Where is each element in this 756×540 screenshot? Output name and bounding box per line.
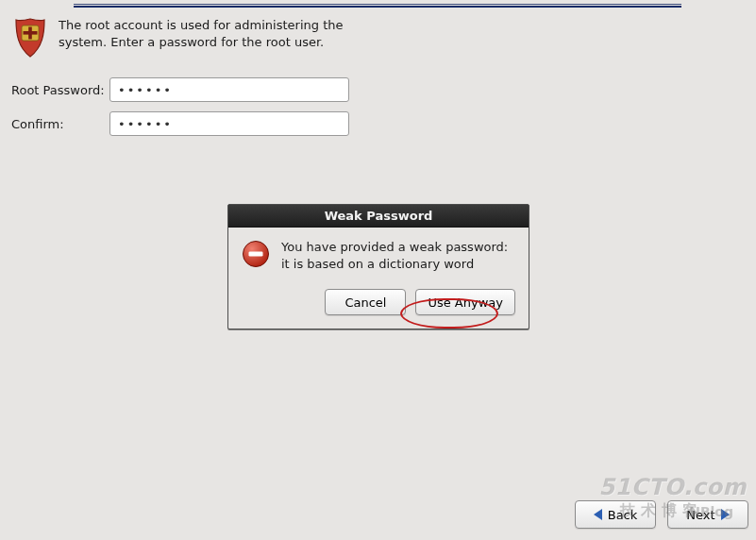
intro-row: The root account is used for administeri… [13, 17, 353, 59]
back-button-label: Back [608, 508, 638, 522]
svg-rect-4 [249, 251, 263, 256]
wizard-nav: Back Next [575, 500, 748, 529]
dialog-message: You have provided a weak password: it is… [281, 239, 515, 272]
root-password-input[interactable] [109, 77, 349, 102]
confirm-password-input[interactable] [109, 111, 349, 136]
intro-text: The root account is used for administeri… [59, 17, 353, 50]
header-divider [74, 4, 681, 8]
shield-icon [13, 17, 47, 59]
use-anyway-button[interactable]: Use Anyway [415, 289, 515, 315]
svg-rect-2 [24, 31, 38, 35]
dialog-button-row: Cancel Use Anyway [242, 289, 515, 315]
error-icon [242, 240, 270, 268]
arrow-left-icon [594, 509, 602, 520]
next-button[interactable]: Next [667, 500, 748, 529]
dialog-title: Weak Password [228, 205, 529, 228]
back-button[interactable]: Back [575, 500, 656, 529]
root-password-label: Root Password: [11, 83, 109, 97]
watermark-line1: 51CTO.com [598, 474, 747, 500]
weak-password-dialog: Weak Password You have provided a weak p… [227, 204, 529, 329]
confirm-password-label: Confirm: [11, 117, 109, 131]
arrow-right-icon [721, 509, 730, 520]
next-button-label: Next [686, 508, 714, 522]
cancel-button[interactable]: Cancel [325, 289, 406, 315]
password-form: Root Password: Confirm: [11, 77, 349, 145]
